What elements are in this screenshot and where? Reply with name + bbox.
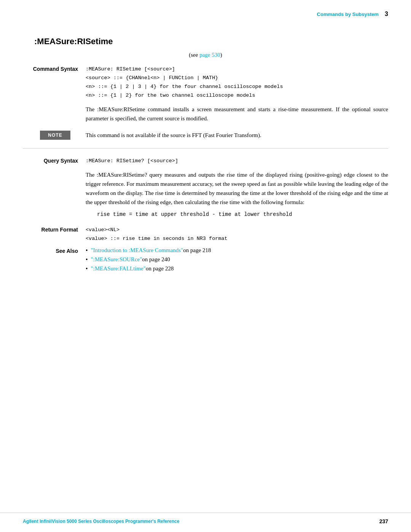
see-also-item-2: ":MEASure:FALLtime" on page 228 bbox=[86, 265, 388, 272]
see-page: (see page 530) bbox=[23, 52, 388, 58]
note-box: NOTE This command is not available if th… bbox=[23, 130, 388, 140]
query-syntax-content: :MEASure: RISetime? [<source>] The :MEAS… bbox=[86, 157, 388, 222]
section-divider bbox=[23, 148, 388, 149]
see-also-link-0[interactable]: "Introduction to :MEASure Commands" bbox=[91, 247, 183, 254]
return-format-section: Return Format <value><NL> <value> ::= ri… bbox=[23, 226, 388, 243]
see-also-item-0: "Introduction to :MEASure Commands" on p… bbox=[86, 247, 388, 254]
see-also-item-1: ":MEASure:SOURce" on page 240 bbox=[86, 256, 388, 263]
cmd-line-2: <source> ::= {CHANnel<n> | FUNCtion | MA… bbox=[86, 74, 388, 83]
see-also-suffix-1: on page 240 bbox=[142, 256, 170, 263]
command-syntax-section: Command Syntax :MEASure: RISetime [<sour… bbox=[23, 65, 388, 123]
footer-title: Agilent InfiniiVision 5000 Series Oscill… bbox=[23, 519, 179, 524]
query-syntax-prose: The :MEASure:RISetime? query measures an… bbox=[86, 170, 388, 207]
cmd-line-1: :MEASure: RISetime [<source>] bbox=[86, 65, 388, 74]
see-page-link[interactable]: page 530 bbox=[199, 52, 220, 58]
return-line-1: <value><NL> bbox=[86, 226, 388, 235]
footer-page-number: 237 bbox=[379, 518, 388, 524]
cmd-line-3: <n> ::= {1 | 2 | 3 | 4} for the four cha… bbox=[86, 83, 388, 91]
section-title: :MEASure:RISetime bbox=[23, 37, 388, 46]
page: Commands by Subsystem 3 :MEASure:RISetim… bbox=[0, 0, 411, 532]
note-text: This command is not available if the sou… bbox=[86, 130, 261, 140]
note-label: NOTE bbox=[40, 131, 70, 140]
see-also-link-2[interactable]: ":MEASure:FALLtime" bbox=[91, 265, 146, 272]
command-syntax-content: :MEASure: RISetime [<source>] <source> :… bbox=[86, 65, 388, 123]
main-content: :MEASure:RISetime (see page 530) Command… bbox=[0, 21, 411, 301]
page-footer: Agilent InfiniiVision 5000 Series Oscill… bbox=[0, 513, 411, 532]
see-also-list: "Introduction to :MEASure Commands" on p… bbox=[86, 247, 388, 272]
query-syntax-label: Query Syntax bbox=[23, 157, 86, 164]
page-header: Commands by Subsystem 3 bbox=[0, 0, 411, 21]
return-format-label: Return Format bbox=[23, 226, 86, 233]
command-syntax-label: Command Syntax bbox=[23, 65, 86, 72]
see-also-label: See Also bbox=[23, 247, 86, 254]
see-also-suffix-0: on page 218 bbox=[183, 247, 211, 254]
see-also-link-1[interactable]: ":MEASure:SOURce" bbox=[91, 256, 142, 263]
return-line-2: <value> ::= rise time in seconds in NR3 … bbox=[86, 235, 388, 243]
query-syntax-section: Query Syntax :MEASure: RISetime? [<sourc… bbox=[23, 157, 388, 222]
see-also-suffix-2: on page 228 bbox=[146, 265, 174, 272]
header-title: Commands by Subsystem bbox=[317, 11, 379, 17]
command-syntax-lines: :MEASure: RISetime [<source>] <source> :… bbox=[86, 65, 388, 100]
return-format-content: <value><NL> <value> ::= rise time in sec… bbox=[86, 226, 388, 243]
header-page-number: 3 bbox=[385, 11, 388, 18]
query-syntax-line: :MEASure: RISetime? [<source>] bbox=[86, 157, 388, 166]
cmd-line-4: <n> ::= {1 | 2} for the two channel osci… bbox=[86, 91, 388, 100]
return-format-lines: <value><NL> <value> ::= rise time in sec… bbox=[86, 226, 388, 243]
query-formula: rise time = time at upper threshold - ti… bbox=[97, 211, 388, 217]
command-syntax-prose: The :MEASure:RISetime command installs a… bbox=[86, 105, 388, 123]
see-also-content: "Introduction to :MEASure Commands" on p… bbox=[86, 247, 388, 275]
see-also-section: See Also "Introduction to :MEASure Comma… bbox=[23, 247, 388, 275]
